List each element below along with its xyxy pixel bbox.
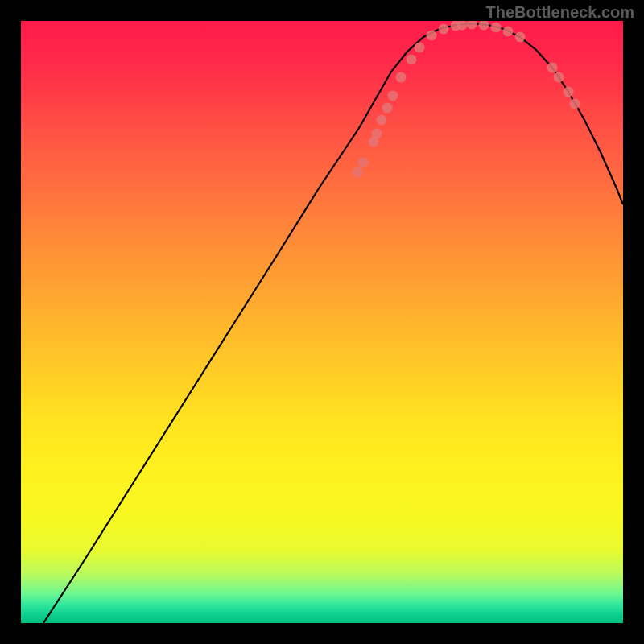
data-marker — [515, 32, 526, 43]
data-marker — [491, 23, 502, 33]
chart-svg — [21, 21, 623, 623]
data-marker — [382, 103, 393, 114]
data-marker — [358, 158, 369, 168]
data-marker — [388, 91, 398, 101]
data-marker — [377, 115, 387, 126]
data-marker — [467, 21, 477, 30]
data-marker — [415, 43, 425, 53]
data-marker — [427, 31, 437, 41]
data-marker — [564, 87, 574, 97]
data-marker — [547, 63, 558, 73]
data-marker — [479, 21, 489, 31]
data-marker — [353, 167, 363, 178]
data-marker — [503, 27, 514, 37]
plot-area — [21, 21, 623, 623]
data-marker — [372, 129, 382, 139]
data-marker — [554, 72, 564, 83]
data-marker — [439, 24, 449, 35]
data-marker — [396, 72, 407, 83]
bottleneck-curve — [43, 23, 623, 623]
data-markers — [353, 21, 580, 178]
watermark-text: TheBottleneck.com — [486, 3, 634, 22]
data-marker — [407, 55, 417, 65]
data-marker — [570, 99, 580, 109]
